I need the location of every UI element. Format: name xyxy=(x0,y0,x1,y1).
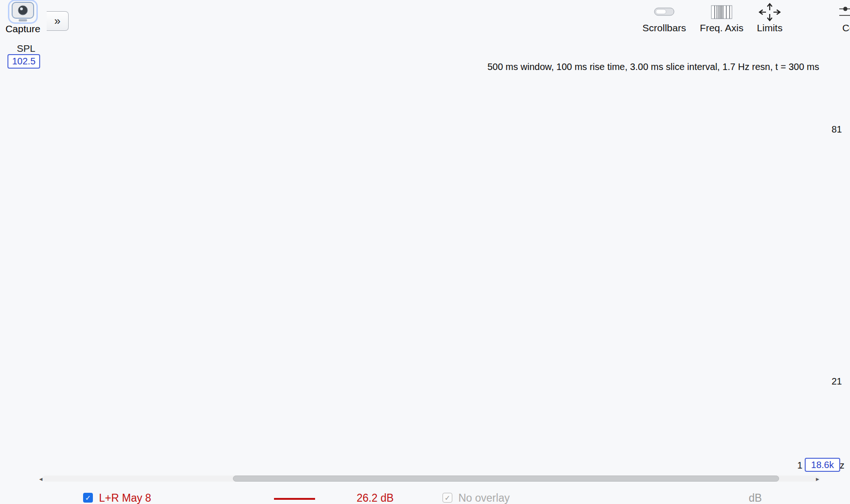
scrollbars-label: Scrollbars xyxy=(639,22,690,34)
capture-label: Capture xyxy=(3,23,43,35)
capture-button[interactable]: Capture xyxy=(3,1,43,35)
measurement-annotation: 500 ms window, 100 ms rise time, 3.00 ms… xyxy=(487,62,819,72)
capture-camera-icon xyxy=(9,1,36,22)
overlay-checkbox[interactable] xyxy=(443,493,452,503)
limits-button[interactable]: Limits xyxy=(750,2,790,34)
colorbar-min-label: 21 xyxy=(826,376,847,387)
overlay-label: No overlay xyxy=(458,492,510,504)
scrollbars-icon xyxy=(639,2,690,22)
scrollbars-button[interactable]: Scrollbars xyxy=(639,2,690,34)
controls-button[interactable]: Co xyxy=(830,2,850,34)
h-scrollbar-thumb[interactable] xyxy=(233,476,779,482)
x-axis-unit-fragment: z xyxy=(840,460,844,471)
top-limit-box[interactable]: 102.5 xyxy=(7,54,40,69)
limits-icon xyxy=(750,2,790,22)
trace-level-value: 26.2 dB xyxy=(357,492,393,504)
graph-tab-bar: » xyxy=(47,11,69,31)
colorbar xyxy=(826,138,847,374)
controls-label: Co xyxy=(830,22,850,34)
h-scrollbar-left-arrow[interactable] xyxy=(39,475,42,483)
trace-name: L+R May 8 xyxy=(99,492,151,504)
h-scrollbar-right-arrow[interactable] xyxy=(816,475,819,483)
y-axis-title: SPL xyxy=(17,43,35,54)
freq-axis-icon xyxy=(696,2,747,22)
freq-axis-label: Freq. Axis xyxy=(696,22,747,34)
controls-icon xyxy=(830,2,850,22)
rew-window: Capture » Scrollbars Freq. Axis Li xyxy=(0,0,850,504)
freq-axis-button[interactable]: Freq. Axis xyxy=(696,2,747,34)
tab-overflow-button[interactable]: » xyxy=(47,11,69,31)
colorbar-max-label: 81 xyxy=(826,124,847,135)
x-axis-last-tick-fragment: 1 xyxy=(797,460,802,471)
waterfall-plot-canvas[interactable] xyxy=(0,0,850,504)
trace-line-swatch xyxy=(274,498,315,500)
right-limit-box[interactable]: 18.6k xyxy=(805,458,840,472)
unit-label: dB xyxy=(749,492,762,504)
trace-checkbox[interactable] xyxy=(83,493,93,503)
limits-label: Limits xyxy=(750,22,790,34)
